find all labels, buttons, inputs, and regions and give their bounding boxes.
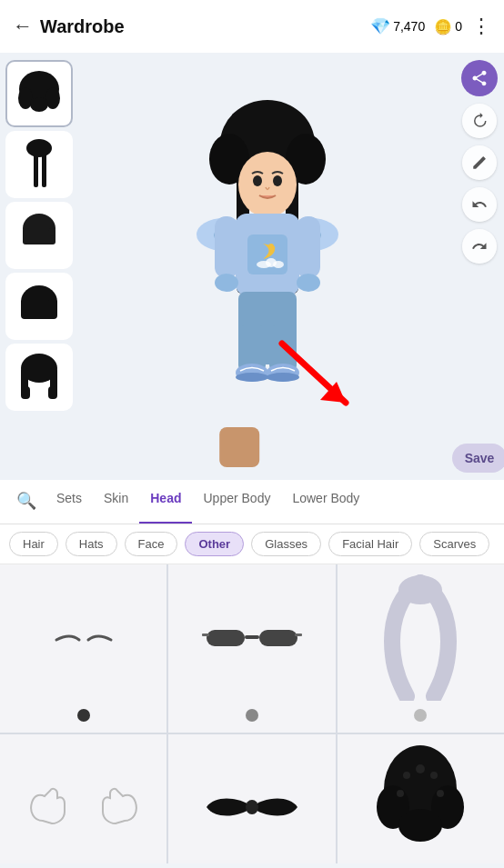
grid-item-3-content [338, 564, 504, 709]
grid-dot-1 [77, 709, 90, 722]
eraser-icon [471, 155, 488, 171]
gem-currency: 💎 7,470 [370, 16, 425, 36]
search-tab[interactable]: 🔍 [7, 480, 45, 524]
grid-item-6[interactable] [338, 734, 504, 863]
hair-thumb-3[interactable] [5, 202, 73, 269]
svg-rect-38 [215, 216, 238, 278]
more-button[interactable]: ⋮ [471, 15, 491, 38]
coin-value: 0 [455, 19, 462, 34]
svg-point-40 [215, 274, 238, 292]
tab-head[interactable]: Head [139, 480, 192, 524]
coin-currency: 🪙 0 [434, 18, 462, 35]
right-toolbar: Save [455, 53, 504, 480]
back-button[interactable]: ← [13, 15, 33, 38]
item-4-img [25, 780, 143, 834]
item-2-img [202, 619, 302, 655]
header: ← Wardrobe 💎 7,470 🪙 0 ⋮ [0, 0, 504, 53]
grid-item-1-content [0, 564, 166, 709]
svg-point-6 [26, 139, 52, 157]
svg-rect-53 [245, 635, 259, 639]
coin-icon: 🪙 [434, 18, 452, 35]
share-button[interactable] [461, 60, 498, 96]
item-1-img [47, 624, 120, 651]
grid-item-5[interactable] [168, 734, 335, 863]
svg-rect-10 [25, 235, 54, 244]
svg-point-28 [253, 175, 262, 186]
hair-thumb-5-img [12, 350, 66, 404]
character-area [80, 53, 455, 480]
svg-point-56 [398, 575, 442, 604]
tab-upper-body[interactable]: Upper Body [192, 480, 281, 524]
svg-point-63 [416, 764, 425, 773]
svg-point-41 [297, 274, 320, 292]
svg-point-57 [246, 800, 258, 814]
subcategory-bar: Hair Hats Face Other Glasses Facial Hair… [0, 524, 504, 564]
svg-point-47 [236, 373, 268, 382]
tab-skin[interactable]: Skin [93, 480, 139, 524]
svg-rect-54 [202, 634, 209, 636]
grid-item-5-content [168, 734, 335, 863]
main-area: Save [0, 53, 504, 480]
redo-button[interactable] [462, 229, 497, 264]
subcat-other[interactable]: Other [185, 532, 244, 556]
subcat-scarves[interactable]: Scarves [419, 532, 489, 556]
eraser-button[interactable] [462, 145, 497, 180]
grid-item-4-content [0, 734, 166, 863]
nav-tabs: 🔍 Sets Skin Head Upper Body Lower Body [0, 480, 504, 524]
item-6-img [375, 743, 466, 864]
items-grid-container [0, 564, 504, 863]
hair-thumb-5[interactable] [5, 344, 73, 411]
undo-button[interactable] [462, 187, 497, 222]
svg-point-34 [268, 244, 274, 249]
svg-point-64 [430, 772, 438, 779]
subcat-hats[interactable]: Hats [66, 532, 117, 556]
character-display [167, 94, 368, 439]
left-sidebar [0, 53, 80, 480]
subcat-face[interactable]: Face [125, 532, 178, 556]
svg-point-66 [437, 790, 444, 797]
svg-point-62 [403, 772, 410, 779]
tab-sets[interactable]: Sets [45, 480, 93, 524]
grid-item-1[interactable] [0, 564, 166, 733]
page-title: Wardrobe [40, 16, 125, 37]
save-button[interactable]: Save [452, 444, 504, 473]
share-icon [470, 69, 489, 87]
gem-value: 7,470 [393, 19, 425, 34]
svg-rect-20 [48, 386, 57, 399]
hair-thumb-2-img [12, 137, 66, 192]
gem-icon: 💎 [370, 16, 390, 36]
svg-rect-52 [259, 630, 297, 646]
undo-icon [471, 196, 488, 213]
svg-point-3 [30, 97, 48, 112]
history-button[interactable] [462, 104, 497, 138]
header-right: 💎 7,470 🪙 0 ⋮ [370, 15, 491, 38]
svg-point-37 [273, 261, 284, 268]
svg-point-61 [398, 809, 442, 842]
svg-point-65 [397, 790, 404, 797]
svg-rect-51 [207, 630, 245, 646]
hair-thumb-1[interactable] [5, 60, 73, 127]
svg-rect-19 [21, 386, 30, 399]
svg-rect-55 [295, 634, 302, 636]
hair-thumb-2[interactable] [5, 131, 73, 198]
svg-rect-39 [297, 216, 320, 278]
item-5-img [197, 784, 307, 830]
grid-item-4[interactable] [0, 734, 166, 863]
items-grid [0, 564, 504, 863]
grid-item-2-content [168, 564, 335, 709]
tab-lower-body[interactable]: Lower Body [281, 480, 370, 524]
grid-item-6-content [338, 734, 504, 863]
subcat-facial-hair[interactable]: Facial Hair [328, 532, 412, 556]
grid-item-3[interactable] [338, 564, 504, 733]
hair-thumb-4-img [12, 279, 66, 334]
color-swatch[interactable] [219, 427, 259, 467]
redo-icon [471, 238, 488, 254]
svg-rect-33 [247, 234, 287, 274]
grid-item-2[interactable] [168, 564, 335, 733]
hair-thumb-4[interactable] [5, 273, 73, 340]
hair-thumb-3-img [12, 208, 66, 263]
svg-point-29 [273, 175, 282, 186]
subcat-glasses[interactable]: Glasses [251, 532, 321, 556]
subcat-hair[interactable]: Hair [9, 532, 58, 556]
grid-dot-3 [414, 709, 427, 722]
